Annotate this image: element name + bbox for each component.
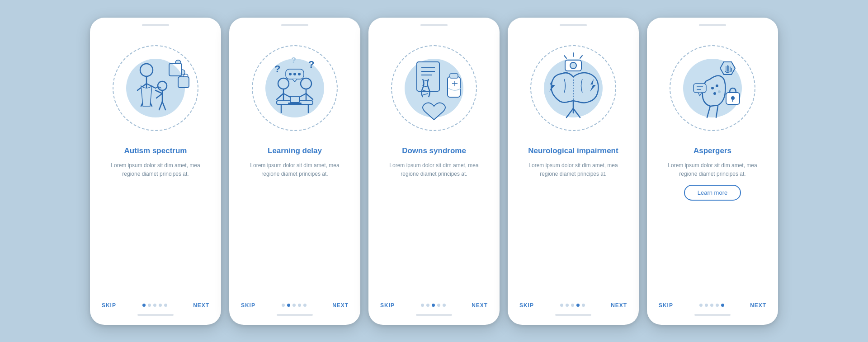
card-desc-learning: Lorem ipsum dolor sit dim amet, mea regi… bbox=[239, 161, 350, 178]
illustration-neuro bbox=[524, 38, 623, 138]
dot-2 bbox=[426, 304, 429, 307]
phone-bottom-bar-4 bbox=[555, 314, 591, 316]
next-button-learning[interactable]: NEXT bbox=[332, 302, 349, 309]
skip-button-downs[interactable]: SKIP bbox=[380, 302, 395, 309]
phone-bottom-bar-5 bbox=[694, 314, 731, 316]
svg-line-16 bbox=[277, 94, 283, 99]
phone-card-autism: Autism spectrum Lorem ipsum dolor sit di… bbox=[90, 18, 221, 325]
illustration-downs bbox=[384, 38, 484, 138]
svg-line-21 bbox=[306, 94, 313, 99]
svg-point-14 bbox=[278, 78, 289, 89]
svg-line-20 bbox=[299, 94, 306, 97]
svg-line-49 bbox=[580, 56, 582, 58]
dot-1 bbox=[699, 304, 703, 307]
svg-line-50 bbox=[564, 56, 566, 58]
dot-2 bbox=[287, 304, 290, 307]
next-button-autism[interactable]: NEXT bbox=[193, 302, 209, 309]
dots-autism bbox=[142, 304, 167, 307]
svg-point-47 bbox=[570, 62, 576, 69]
illustration-autism bbox=[106, 38, 205, 138]
svg-rect-58 bbox=[693, 84, 706, 93]
dot-1 bbox=[421, 304, 424, 307]
phone-top-bar bbox=[142, 24, 169, 26]
dot-2 bbox=[148, 304, 151, 307]
svg-rect-42 bbox=[448, 77, 460, 97]
svg-point-32 bbox=[293, 73, 296, 75]
svg-line-53 bbox=[573, 108, 580, 117]
next-button-neuro[interactable]: NEXT bbox=[611, 302, 627, 309]
illustration-learning: ? ? ? bbox=[245, 38, 344, 138]
aspergers-svg bbox=[667, 43, 758, 133]
card-nav-downs: SKIP NEXT bbox=[378, 302, 490, 309]
skip-button-autism[interactable]: SKIP bbox=[102, 302, 116, 309]
card-nav-aspergers: SKIP NEXT bbox=[657, 302, 768, 309]
dot-2 bbox=[705, 304, 708, 307]
phone-card-aspergers: Aspergers Lorem ipsum dolor sit dim amet… bbox=[647, 18, 778, 325]
svg-text:?: ? bbox=[308, 59, 314, 70]
next-button-downs[interactable]: NEXT bbox=[472, 302, 488, 309]
svg-rect-43 bbox=[450, 74, 458, 78]
dots-neuro bbox=[560, 304, 585, 307]
dot-4 bbox=[576, 304, 580, 307]
svg-line-8 bbox=[156, 94, 162, 98]
svg-point-18 bbox=[301, 78, 311, 89]
learning-svg: ? ? ? bbox=[250, 43, 340, 133]
screens-container: Autism spectrum Lorem ipsum dolor sit di… bbox=[81, 9, 787, 334]
svg-line-10 bbox=[159, 102, 162, 110]
svg-point-55 bbox=[716, 84, 718, 87]
phone-bottom-bar-2 bbox=[277, 314, 313, 316]
dot-3 bbox=[292, 304, 296, 307]
svg-rect-13 bbox=[178, 77, 189, 88]
phone-card-neuro: Neurological impairment Lorem ipsum dolo… bbox=[508, 18, 639, 325]
card-nav-neuro: SKIP NEXT bbox=[518, 302, 629, 309]
card-title-downs: Downs syndrome bbox=[402, 146, 466, 156]
phone-card-learning: ? ? ? Learning delay Lorem ipsum dolor s… bbox=[229, 18, 360, 325]
card-desc-autism: Lorem ipsum dolor sit dim amet, mea regi… bbox=[100, 161, 211, 178]
svg-line-11 bbox=[162, 102, 165, 110]
dot-4 bbox=[298, 304, 301, 307]
dot-1 bbox=[282, 304, 285, 307]
card-title-aspergers: Aspergers bbox=[693, 146, 731, 156]
dots-downs bbox=[421, 304, 446, 307]
dot-1 bbox=[142, 304, 146, 307]
dots-aspergers bbox=[699, 304, 724, 307]
svg-point-33 bbox=[298, 73, 301, 75]
dot-3 bbox=[710, 304, 713, 307]
dot-3 bbox=[153, 304, 156, 307]
card-title-autism: Autism spectrum bbox=[124, 146, 187, 156]
svg-point-57 bbox=[718, 90, 721, 93]
downs-svg bbox=[389, 43, 479, 133]
neuro-svg bbox=[528, 43, 618, 133]
learn-more-button[interactable]: Learn more bbox=[684, 185, 741, 201]
phone-top-bar-2 bbox=[281, 24, 308, 26]
autism-svg bbox=[110, 43, 201, 133]
card-nav-autism: SKIP NEXT bbox=[100, 302, 211, 309]
svg-point-0 bbox=[140, 64, 153, 76]
svg-rect-12 bbox=[169, 63, 182, 76]
skip-button-neuro[interactable]: SKIP bbox=[519, 302, 534, 309]
svg-point-6 bbox=[158, 81, 167, 90]
dot-5 bbox=[721, 304, 724, 307]
svg-line-9 bbox=[156, 90, 162, 94]
phone-bottom-bar bbox=[137, 314, 174, 316]
card-desc-downs: Lorem ipsum dolor sit dim amet, mea regi… bbox=[378, 161, 490, 178]
dot-2 bbox=[566, 304, 569, 307]
svg-line-52 bbox=[566, 108, 573, 117]
dot-5 bbox=[164, 304, 167, 307]
phone-card-downs: Downs syndrome Lorem ipsum dolor sit dim… bbox=[368, 18, 500, 325]
dot-5 bbox=[582, 304, 585, 307]
skip-button-learning[interactable]: SKIP bbox=[241, 302, 255, 309]
svg-line-66 bbox=[716, 106, 718, 117]
dot-4 bbox=[716, 304, 719, 307]
svg-rect-26 bbox=[288, 103, 302, 104]
card-title-learning: Learning delay bbox=[268, 146, 322, 156]
next-button-aspergers[interactable]: NEXT bbox=[750, 302, 766, 309]
svg-text:?: ? bbox=[291, 56, 296, 65]
dot-4 bbox=[437, 304, 440, 307]
svg-point-31 bbox=[289, 73, 292, 75]
svg-line-41 bbox=[423, 94, 428, 95]
skip-button-aspergers[interactable]: SKIP bbox=[659, 302, 673, 309]
svg-line-17 bbox=[283, 94, 290, 97]
card-nav-learning: SKIP NEXT bbox=[239, 302, 350, 309]
svg-point-63 bbox=[731, 96, 735, 100]
